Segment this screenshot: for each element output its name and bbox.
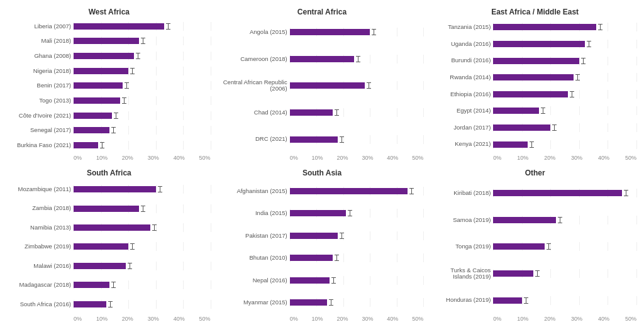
bar-label-1-4: DRC (2021) bbox=[221, 136, 290, 142]
bar-fill-4-1 bbox=[290, 210, 346, 216]
bar-fill-2-1 bbox=[493, 41, 585, 47]
bar-row-0-1: Mali (2018) bbox=[8, 35, 211, 47]
bar-row-3-6: South Africa (2016) bbox=[8, 299, 211, 310]
axis-tick: 0% bbox=[290, 316, 298, 322]
bar-label-1-3: Chad (2014) bbox=[221, 109, 290, 116]
bar-fill-0-0 bbox=[74, 23, 164, 30]
bar-row-0-2: Ghana (2008) bbox=[8, 50, 211, 62]
bar-row-3-0: Mozambique (2011) bbox=[8, 184, 211, 195]
bar-row-1-1: Cameroon (2018) bbox=[221, 53, 424, 65]
axis-tick: 20% bbox=[544, 155, 555, 161]
panel-0: West AfricaLiberia (2007)Mali (2018)Ghan… bbox=[3, 5, 216, 166]
panel-title-5: Other bbox=[433, 169, 636, 177]
bar-label-0-2: Ghana (2008) bbox=[8, 53, 74, 59]
axis-tick: 50% bbox=[625, 155, 636, 161]
bar-fill-5-0 bbox=[493, 190, 622, 196]
bar-row-5-4: Honduras (2019) bbox=[433, 295, 636, 306]
bar-row-4-3: Bhutan (2010) bbox=[221, 252, 424, 263]
bar-fill-4-0 bbox=[290, 188, 408, 194]
chart-area-4: Afghanistan (2015)India (2015)Pakistan (… bbox=[221, 180, 424, 314]
axis-tick: 50% bbox=[199, 155, 211, 161]
track-container-2-5 bbox=[493, 106, 636, 115]
chart-area-3: Mozambique (2011)Zambia (2018)Namibia (2… bbox=[8, 180, 211, 314]
bar-fill-0-1 bbox=[74, 38, 139, 44]
track-container-0-1 bbox=[74, 36, 211, 45]
track-container-4-4 bbox=[290, 276, 424, 285]
track-container-1-2 bbox=[290, 81, 424, 90]
bar-fill-1-0 bbox=[290, 29, 370, 35]
axis-tick: 10% bbox=[312, 316, 323, 322]
track-container-0-5 bbox=[74, 96, 211, 105]
axis-tick: 0% bbox=[493, 316, 501, 322]
bar-label-0-6: Côte d'Ivoire (2021) bbox=[8, 113, 74, 119]
bar-row-0-5: Togo (2013) bbox=[8, 95, 211, 106]
bar-row-2-5: Egypt (2014) bbox=[433, 105, 636, 116]
axis-tick: 40% bbox=[387, 155, 398, 161]
bar-fill-5-1 bbox=[493, 217, 556, 223]
bar-label-5-4: Honduras (2019) bbox=[433, 297, 493, 303]
axis-tick: 30% bbox=[148, 316, 159, 322]
track-container-5-2 bbox=[493, 242, 636, 251]
track-container-0-0 bbox=[74, 22, 211, 31]
bar-fill-0-5 bbox=[74, 97, 120, 104]
bar-fill-3-6 bbox=[74, 301, 106, 307]
axis-tick: 0% bbox=[290, 155, 298, 161]
bar-label-4-5: Myanmar (2015) bbox=[221, 299, 290, 306]
track-container-1-1 bbox=[290, 55, 424, 64]
bar-fill-0-4 bbox=[74, 82, 123, 89]
bar-label-2-1: Uganda (2016) bbox=[433, 41, 493, 47]
bar-label-4-3: Bhutan (2010) bbox=[221, 255, 290, 261]
bar-label-0-5: Togo (2013) bbox=[8, 97, 74, 104]
axis-tick: 20% bbox=[337, 316, 348, 322]
track-container-5-3 bbox=[493, 269, 636, 278]
bar-label-2-3: Rwanda (2014) bbox=[433, 74, 493, 80]
bar-fill-2-2 bbox=[493, 58, 579, 64]
track-container-2-7 bbox=[493, 140, 636, 149]
bar-row-5-3: Turks & Caicos Islands (2019) bbox=[433, 268, 636, 279]
bar-row-2-2: Burundi (2016) bbox=[433, 55, 636, 67]
axis-tick: 50% bbox=[412, 155, 423, 161]
track-container-2-6 bbox=[493, 123, 636, 132]
track-container-1-3 bbox=[290, 108, 424, 117]
axis-tick: 20% bbox=[337, 155, 348, 161]
track-container-5-0 bbox=[493, 189, 636, 197]
axis-tick: 0% bbox=[493, 155, 501, 161]
main-container: West AfricaLiberia (2007)Mali (2018)Ghan… bbox=[0, 0, 644, 332]
track-container-4-1 bbox=[290, 209, 424, 218]
axis-tick: 40% bbox=[598, 316, 609, 322]
bar-fill-4-4 bbox=[290, 277, 330, 284]
bar-fill-4-2 bbox=[290, 233, 338, 239]
bar-row-1-0: Angola (2015) bbox=[221, 26, 424, 38]
bar-label-3-2: Namibia (2013) bbox=[8, 224, 74, 231]
panel-2: East Africa / Middle EastTanzania (2015)… bbox=[428, 5, 641, 166]
track-container-3-3 bbox=[74, 242, 211, 251]
bar-label-0-8: Burkina Faso (2021) bbox=[8, 142, 74, 148]
bar-row-0-0: Liberia (2007) bbox=[8, 21, 211, 32]
axis-tick: 50% bbox=[625, 316, 636, 322]
track-container-0-3 bbox=[74, 67, 211, 75]
bar-fill-0-2 bbox=[74, 53, 134, 59]
track-container-3-0 bbox=[74, 185, 211, 194]
bar-label-4-0: Afghanistan (2015) bbox=[221, 188, 290, 194]
axis-tick: 40% bbox=[387, 316, 398, 322]
panel-title-1: Central Africa bbox=[221, 8, 424, 16]
bar-row-2-6: Jordan (2017) bbox=[433, 122, 636, 133]
track-container-0-4 bbox=[74, 81, 211, 90]
bar-row-5-2: Tonga (2019) bbox=[433, 241, 636, 252]
bar-row-3-1: Zambia (2018) bbox=[8, 203, 211, 214]
track-container-4-5 bbox=[290, 298, 424, 307]
axis-tick: 0% bbox=[74, 155, 82, 161]
bar-fill-1-1 bbox=[290, 56, 354, 62]
bar-label-5-2: Tonga (2019) bbox=[433, 243, 493, 250]
bar-row-4-2: Pakistan (2017) bbox=[221, 230, 424, 241]
bar-label-0-4: Benin (2017) bbox=[8, 82, 74, 89]
bar-row-3-3: Zimbabwe (2019) bbox=[8, 241, 211, 252]
panel-title-2: East Africa / Middle East bbox=[433, 8, 636, 16]
bar-row-3-5: Madagascar (2018) bbox=[8, 279, 211, 290]
axis-tick: 40% bbox=[174, 316, 185, 322]
bar-label-2-6: Jordan (2017) bbox=[433, 124, 493, 131]
track-container-2-4 bbox=[493, 90, 636, 99]
bar-row-4-4: Nepal (2016) bbox=[221, 275, 424, 286]
bar-label-5-1: Samoa (2019) bbox=[433, 217, 493, 223]
bar-fill-5-3 bbox=[493, 270, 533, 277]
